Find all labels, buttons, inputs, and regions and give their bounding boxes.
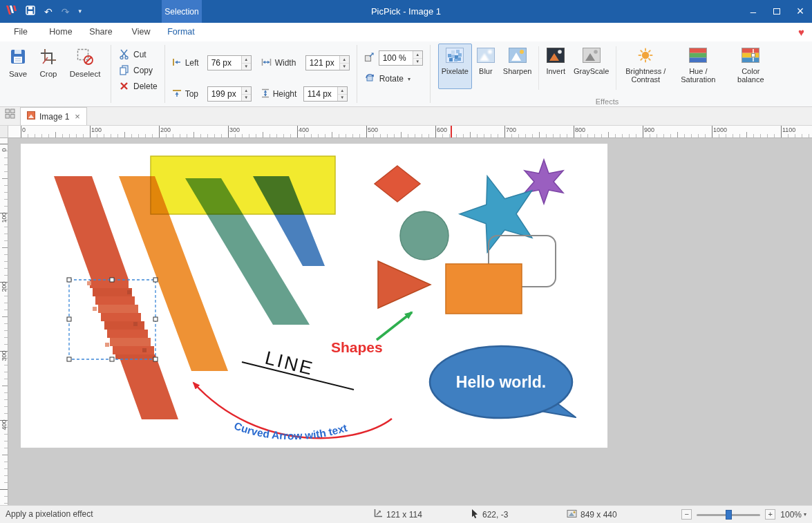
step-down-button[interactable]: ▼ xyxy=(413,59,422,66)
document-tab-image1[interactable]: Image 1 × xyxy=(20,107,87,125)
step-up-button[interactable]: ▲ xyxy=(340,56,349,64)
save-icon[interactable] xyxy=(26,6,35,18)
left-spinbox[interactable]: 76 px ▲ ▼ xyxy=(207,55,252,70)
redo-icon[interactable]: ↷ xyxy=(62,7,70,17)
step-up-button[interactable]: ▲ xyxy=(242,56,251,64)
minimize-button[interactable]: – xyxy=(742,0,765,23)
effect-hue-saturation-button[interactable]: Hue / Saturation xyxy=(672,44,724,89)
canvas-viewport[interactable]: Shapes LINE Curved Arrow with text Hello… xyxy=(8,138,812,505)
width-icon xyxy=(261,58,272,68)
effect-grayscale-button[interactable]: GrayScale xyxy=(570,44,612,89)
circle-shape[interactable] xyxy=(400,211,449,260)
tab-share[interactable]: Share xyxy=(82,23,120,41)
top-spinbox[interactable]: 199 px ▲ ▼ xyxy=(207,86,252,102)
hue-saturation-icon xyxy=(689,48,707,65)
deselect-button[interactable]: Deselect xyxy=(64,41,106,106)
left-label: Left xyxy=(185,58,204,68)
invert-icon xyxy=(547,48,565,65)
step-down-button[interactable]: ▼ xyxy=(338,95,347,102)
close-button[interactable]: × xyxy=(789,0,812,23)
width-spinbox[interactable]: 121 px ▲ ▼ xyxy=(305,55,350,70)
yellow-highlight-rect[interactable] xyxy=(151,156,335,214)
effect-blur-button[interactable]: Blur xyxy=(473,44,498,89)
shapes-label[interactable]: Shapes xyxy=(331,339,383,355)
scale-rotate-group: 100 % ▲ ▼ Rotate ▾ xyxy=(359,41,428,106)
undo-icon[interactable]: ↶ xyxy=(44,7,53,17)
copy-button[interactable]: Copy xyxy=(118,64,158,77)
tab-format[interactable]: Format xyxy=(162,23,200,41)
image-size-indicator: 849 x 440 xyxy=(567,506,617,523)
chevron-down-icon: ▼ xyxy=(244,95,248,99)
thumbnail-view-icon[interactable] xyxy=(5,108,15,122)
delete-icon xyxy=(118,82,130,91)
crop-button[interactable]: Crop xyxy=(33,41,64,106)
height-icon xyxy=(261,88,270,100)
zoom-controls: − + 100% ▾ xyxy=(681,506,806,523)
step-down-button[interactable]: ▼ xyxy=(340,64,349,70)
canvas[interactable]: Shapes LINE Curved Arrow with text Hello… xyxy=(21,144,607,448)
step-down-button[interactable]: ▼ xyxy=(242,95,251,102)
zoom-slider-handle[interactable] xyxy=(726,510,732,520)
delete-button[interactable]: Delete xyxy=(118,79,158,93)
tab-close-icon[interactable]: × xyxy=(75,112,80,121)
zoom-slider[interactable] xyxy=(697,509,760,520)
tab-file[interactable]: File xyxy=(1,23,40,41)
ruler-label: 400 xyxy=(1,418,8,432)
chevron-up-icon: ▲ xyxy=(415,53,419,57)
ruler-label: 300 xyxy=(229,126,240,133)
ruler-label: 0 xyxy=(22,126,26,133)
ruler-label: 1000 xyxy=(713,126,727,133)
effect-sharpen-button[interactable]: Sharpen xyxy=(500,44,536,89)
top-stepper: ▲ ▼ xyxy=(241,87,251,101)
tab-view[interactable]: View xyxy=(122,23,160,41)
width-value[interactable]: 121 px xyxy=(306,56,339,70)
ruler-label: 200 xyxy=(160,126,171,133)
deselect-label: Deselect xyxy=(70,70,101,78)
window-controls: – × xyxy=(742,0,812,23)
height-value[interactable]: 114 px xyxy=(304,87,337,101)
ruler-label: 100 xyxy=(1,211,8,225)
top-value[interactable]: 199 px xyxy=(208,87,241,101)
effect-brightness-contrast-button[interactable]: Brightness / Contrast xyxy=(620,44,671,89)
scale-value[interactable]: 100 % xyxy=(379,51,413,65)
cut-label: Cut xyxy=(133,50,147,59)
brightness-icon xyxy=(636,48,654,65)
effect-invert-button[interactable]: Invert xyxy=(542,44,569,89)
step-up-button[interactable]: ▲ xyxy=(242,87,251,95)
save-icon xyxy=(9,48,27,67)
effect-color-balance-button[interactable]: Color balance xyxy=(725,44,776,89)
ruler-label: 500 xyxy=(368,126,378,133)
image-size-icon xyxy=(567,509,577,520)
effects-separator xyxy=(538,46,539,90)
qat-menu-icon[interactable]: ▾ xyxy=(78,8,82,15)
ruler-label: 0 xyxy=(1,143,8,157)
left-icon xyxy=(172,58,182,68)
step-up-button[interactable]: ▲ xyxy=(413,51,422,59)
contextual-tab-selection: Selection xyxy=(162,0,202,23)
ruler-label: 600 xyxy=(437,126,447,133)
effect-label: Color balance xyxy=(728,67,773,84)
titlebar: ↶ ↷ ▾ PicPick - Image 1 Selection – × xyxy=(0,0,812,23)
zoom-level-dropdown[interactable]: 100% ▾ xyxy=(780,510,806,520)
maximize-button[interactable] xyxy=(765,0,789,23)
step-up-button[interactable]: ▲ xyxy=(338,87,347,95)
rotate-dropdown[interactable]: Rotate ▾ xyxy=(364,73,423,85)
zoom-in-button[interactable]: + xyxy=(765,509,775,520)
heart-icon[interactable]: ♥ xyxy=(798,23,804,41)
step-down-button[interactable]: ▼ xyxy=(242,64,251,70)
left-value[interactable]: 76 px xyxy=(208,56,241,70)
save-button[interactable]: Save xyxy=(3,41,33,106)
scale-spinbox[interactable]: 100 % ▲ ▼ xyxy=(379,50,423,66)
color-balance-icon xyxy=(742,48,759,65)
height-label: Height xyxy=(273,89,300,99)
ruler-label: 900 xyxy=(644,126,654,133)
cut-button[interactable]: Cut xyxy=(118,48,158,61)
effect-pixelate-button[interactable]: Pixelate xyxy=(438,44,472,89)
height-spinbox[interactable]: 114 px ▲ ▼ xyxy=(303,86,348,102)
zoom-out-button[interactable]: − xyxy=(681,509,692,520)
tab-home[interactable]: Home xyxy=(41,23,80,41)
orange-rect-shape[interactable] xyxy=(446,264,522,314)
effects-separator xyxy=(616,46,616,90)
minus-icon: − xyxy=(685,511,689,518)
vertical-ruler: 0 100 200 300 400 xyxy=(0,138,8,505)
